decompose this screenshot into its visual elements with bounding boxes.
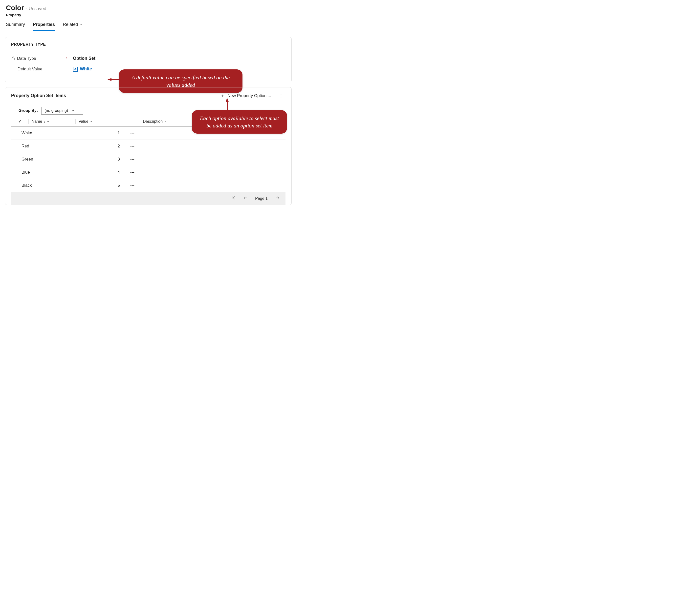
section-heading: PROPERTY TYPE <box>11 42 286 50</box>
cell-name: White <box>11 131 75 136</box>
subgrid-title: Property Option Set Items <box>11 93 66 98</box>
more-commands-button[interactable]: ⋮ <box>277 93 286 99</box>
chevron-down-icon <box>90 120 93 123</box>
pager-page-label: Page 1 <box>255 196 268 201</box>
entity-label: Property <box>6 13 291 17</box>
chevron-down-icon <box>47 120 49 123</box>
cell-description: --- <box>127 183 286 188</box>
group-by-value: (no grouping) <box>45 109 68 113</box>
tab-summary-label: Summary <box>6 22 25 27</box>
pager-first-button[interactable] <box>231 196 236 201</box>
select-all-column[interactable]: ✔ <box>11 119 28 124</box>
column-description-label: Description <box>143 119 163 124</box>
column-header-name[interactable]: Name ↓ <box>28 119 75 124</box>
cell-description: --- <box>127 170 286 175</box>
cell-description: --- <box>127 157 286 162</box>
chevron-down-icon <box>79 23 82 26</box>
table-row[interactable]: Black5--- <box>11 179 286 192</box>
group-by-label: Group By: <box>18 109 38 113</box>
cell-name: Red <box>11 144 75 149</box>
form-header: Color - Unsaved Property <box>0 0 297 17</box>
grid-pager: Page 1 <box>11 192 286 205</box>
default-value-lookup[interactable]: White <box>73 66 92 72</box>
cell-description: --- <box>127 144 286 149</box>
property-type-section: PROPERTY TYPE Data Type * Option Set Def… <box>5 37 292 82</box>
column-value-label: Value <box>78 119 89 124</box>
column-header-value[interactable]: Value <box>75 119 140 124</box>
annotation-new-option-text: Each option available to select must be … <box>200 115 279 129</box>
tab-summary[interactable]: Summary <box>6 22 25 31</box>
cell-value: 5 <box>75 183 127 188</box>
cell-value: 1 <box>75 131 127 136</box>
option-set-icon <box>73 67 78 72</box>
table-row[interactable]: Red2--- <box>11 140 286 153</box>
page-title: Color <box>6 4 24 12</box>
data-type-field: Data Type * Option Set <box>11 56 286 61</box>
tab-list: Summary Properties Related <box>0 17 297 31</box>
sort-down-icon: ↓ <box>44 120 46 123</box>
plus-icon: ＋ <box>220 92 225 99</box>
annotation-new-option: Each option available to select must be … <box>192 110 287 134</box>
option-set-items-section: Property Option Set Items ＋ New Property… <box>5 87 292 205</box>
pager-next-button[interactable] <box>275 196 280 201</box>
chevron-down-icon <box>164 120 167 123</box>
table-row[interactable]: Green3--- <box>11 153 286 166</box>
group-by-select[interactable]: (no grouping) <box>41 107 83 115</box>
check-icon: ✔ <box>18 119 21 124</box>
required-indicator: * <box>66 57 67 60</box>
annotation-default-value-text: A default value can be specified based o… <box>132 74 230 88</box>
cell-value: 4 <box>75 170 127 175</box>
cell-value: 3 <box>75 157 127 162</box>
tab-properties[interactable]: Properties <box>33 22 55 31</box>
tab-related-label: Related <box>63 22 78 27</box>
chevron-down-icon <box>71 109 74 112</box>
data-type-value[interactable]: Option Set <box>73 56 96 61</box>
cell-name: Blue <box>11 170 75 175</box>
cell-name: Black <box>11 183 75 188</box>
tab-properties-label: Properties <box>33 22 55 27</box>
default-value-text: White <box>80 66 92 72</box>
data-type-label: Data Type <box>17 56 36 61</box>
lock-icon <box>11 57 15 61</box>
column-name-label: Name <box>32 119 42 124</box>
cell-value: 2 <box>75 144 127 149</box>
default-value-label: Default Value <box>17 67 43 72</box>
new-property-option-label: New Property Option ... <box>227 93 271 98</box>
unsaved-status: - Unsaved <box>26 6 46 11</box>
annotation-arrow-line <box>227 101 228 111</box>
pager-prev-button[interactable] <box>243 196 248 201</box>
subgrid-header: Property Option Set Items ＋ New Property… <box>11 92 286 102</box>
cell-name: Green <box>11 157 75 162</box>
tab-related[interactable]: Related <box>63 22 82 31</box>
table-row[interactable]: Blue4--- <box>11 166 286 179</box>
